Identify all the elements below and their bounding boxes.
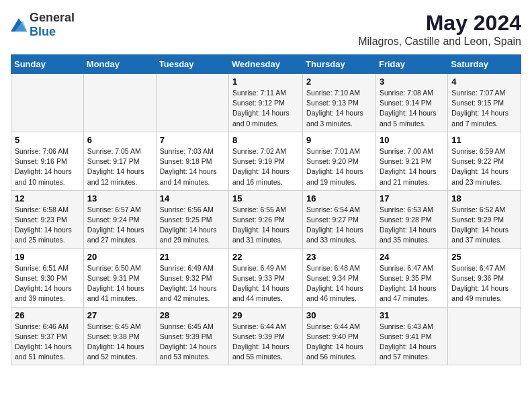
calendar-cell: 10Sunrise: 7:00 AMSunset: 9:21 PMDayligh… — [375, 132, 447, 190]
day-content: Sunrise: 7:03 AMSunset: 9:18 PMDaylight:… — [160, 146, 225, 187]
calendar-cell: 2Sunrise: 7:10 AMSunset: 9:13 PMDaylight… — [303, 74, 376, 132]
day-content: Sunrise: 6:45 AMSunset: 9:39 PMDaylight:… — [160, 322, 225, 363]
day-content: Sunrise: 6:44 AMSunset: 9:39 PMDaylight:… — [232, 322, 299, 363]
col-header-wednesday: Wednesday — [229, 55, 303, 74]
calendar-cell: 11Sunrise: 6:59 AMSunset: 9:22 PMDayligh… — [448, 132, 521, 190]
calendar-week-1: 1Sunrise: 7:11 AMSunset: 9:12 PMDaylight… — [11, 74, 521, 132]
day-content: Sunrise: 6:51 AMSunset: 9:30 PMDaylight:… — [15, 263, 80, 304]
logo: General Blue — [11, 11, 75, 39]
day-number: 22 — [232, 252, 299, 262]
day-content: Sunrise: 6:47 AMSunset: 9:36 PMDaylight:… — [451, 263, 517, 304]
day-content: Sunrise: 7:11 AMSunset: 9:12 PMDaylight:… — [232, 88, 299, 129]
day-number: 16 — [306, 193, 372, 203]
calendar-table: SundayMondayTuesdayWednesdayThursdayFrid… — [11, 54, 521, 365]
calendar-cell: 3Sunrise: 7:08 AMSunset: 9:14 PMDaylight… — [375, 74, 447, 132]
day-number: 26 — [15, 310, 80, 320]
day-number: 14 — [160, 193, 225, 203]
title-area: May 2024 Milagros, Castille and Leon, Sp… — [358, 11, 521, 48]
col-header-friday: Friday — [375, 55, 447, 74]
day-content: Sunrise: 6:52 AMSunset: 9:29 PMDaylight:… — [451, 205, 517, 246]
day-number: 7 — [160, 135, 225, 145]
day-content: Sunrise: 7:10 AMSunset: 9:13 PMDaylight:… — [306, 88, 372, 129]
calendar-cell: 31Sunrise: 6:43 AMSunset: 9:41 PMDayligh… — [375, 307, 447, 365]
day-content: Sunrise: 6:53 AMSunset: 9:28 PMDaylight:… — [380, 205, 444, 246]
calendar-cell — [83, 74, 156, 132]
calendar-cell — [156, 74, 228, 132]
day-number: 12 — [15, 193, 80, 203]
day-content: Sunrise: 6:48 AMSunset: 9:34 PMDaylight:… — [306, 263, 372, 304]
logo-icon — [11, 18, 27, 32]
calendar-cell: 9Sunrise: 7:01 AMSunset: 9:20 PMDaylight… — [303, 132, 376, 190]
day-number: 4 — [451, 77, 517, 87]
day-number: 5 — [15, 135, 80, 145]
day-number: 29 — [232, 310, 299, 320]
day-number: 11 — [451, 135, 517, 145]
column-headers: SundayMondayTuesdayWednesdayThursdayFrid… — [11, 55, 521, 74]
day-number: 18 — [451, 193, 517, 203]
day-number: 21 — [160, 252, 225, 262]
col-header-saturday: Saturday — [448, 55, 521, 74]
day-number: 31 — [380, 310, 444, 320]
day-content: Sunrise: 6:58 AMSunset: 9:23 PMDaylight:… — [15, 205, 80, 246]
day-number: 27 — [87, 310, 152, 320]
calendar-cell: 24Sunrise: 6:47 AMSunset: 9:35 PMDayligh… — [375, 248, 447, 307]
day-number: 24 — [380, 252, 444, 262]
day-number: 9 — [306, 135, 372, 145]
day-number: 15 — [232, 193, 299, 203]
calendar-cell: 28Sunrise: 6:45 AMSunset: 9:39 PMDayligh… — [156, 307, 228, 365]
day-number: 19 — [15, 252, 80, 262]
day-content: Sunrise: 6:49 AMSunset: 9:33 PMDaylight:… — [232, 263, 299, 304]
logo-blue: Blue — [30, 25, 56, 38]
calendar-cell: 29Sunrise: 6:44 AMSunset: 9:39 PMDayligh… — [229, 307, 303, 365]
day-content: Sunrise: 6:56 AMSunset: 9:25 PMDaylight:… — [160, 205, 225, 246]
calendar-week-2: 5Sunrise: 7:06 AMSunset: 9:16 PMDaylight… — [11, 132, 521, 190]
day-number: 3 — [380, 77, 444, 87]
calendar-cell: 30Sunrise: 6:44 AMSunset: 9:40 PMDayligh… — [303, 307, 376, 365]
calendar-cell: 23Sunrise: 6:48 AMSunset: 9:34 PMDayligh… — [303, 248, 376, 307]
calendar-week-4: 19Sunrise: 6:51 AMSunset: 9:30 PMDayligh… — [11, 248, 521, 307]
calendar-cell: 12Sunrise: 6:58 AMSunset: 9:23 PMDayligh… — [11, 190, 84, 248]
day-number: 23 — [306, 252, 372, 262]
day-number: 13 — [87, 193, 152, 203]
day-content: Sunrise: 6:54 AMSunset: 9:27 PMDaylight:… — [306, 205, 372, 246]
day-content: Sunrise: 7:08 AMSunset: 9:14 PMDaylight:… — [380, 88, 444, 129]
calendar-cell: 17Sunrise: 6:53 AMSunset: 9:28 PMDayligh… — [375, 190, 447, 248]
calendar-cell: 7Sunrise: 7:03 AMSunset: 9:18 PMDaylight… — [156, 132, 228, 190]
calendar-cell: 26Sunrise: 6:46 AMSunset: 9:37 PMDayligh… — [11, 307, 84, 365]
calendar-cell: 22Sunrise: 6:49 AMSunset: 9:33 PMDayligh… — [229, 248, 303, 307]
logo-general: General — [30, 11, 75, 24]
day-number: 2 — [306, 77, 372, 87]
calendar-cell: 13Sunrise: 6:57 AMSunset: 9:24 PMDayligh… — [83, 190, 156, 248]
calendar-cell: 1Sunrise: 7:11 AMSunset: 9:12 PMDaylight… — [229, 74, 303, 132]
calendar-cell: 21Sunrise: 6:49 AMSunset: 9:32 PMDayligh… — [156, 248, 228, 307]
day-content: Sunrise: 6:49 AMSunset: 9:32 PMDaylight:… — [160, 263, 225, 304]
day-number: 30 — [306, 310, 372, 320]
col-header-tuesday: Tuesday — [156, 55, 228, 74]
day-content: Sunrise: 6:45 AMSunset: 9:38 PMDaylight:… — [87, 322, 152, 363]
day-content: Sunrise: 6:50 AMSunset: 9:31 PMDaylight:… — [87, 263, 152, 304]
calendar-cell — [448, 307, 521, 365]
day-number: 8 — [232, 135, 299, 145]
page-header: General Blue May 2024 Milagros, Castille… — [11, 11, 521, 48]
calendar-week-5: 26Sunrise: 6:46 AMSunset: 9:37 PMDayligh… — [11, 307, 521, 365]
page-title: May 2024 — [358, 11, 521, 36]
day-content: Sunrise: 7:02 AMSunset: 9:19 PMDaylight:… — [232, 146, 299, 187]
col-header-thursday: Thursday — [303, 55, 376, 74]
calendar-cell: 19Sunrise: 6:51 AMSunset: 9:30 PMDayligh… — [11, 248, 84, 307]
calendar-body: 1Sunrise: 7:11 AMSunset: 9:12 PMDaylight… — [11, 74, 521, 365]
day-number: 17 — [380, 193, 444, 203]
day-number: 28 — [160, 310, 225, 320]
day-content: Sunrise: 6:55 AMSunset: 9:26 PMDaylight:… — [232, 205, 299, 246]
day-content: Sunrise: 7:01 AMSunset: 9:20 PMDaylight:… — [306, 146, 372, 187]
calendar-cell: 6Sunrise: 7:05 AMSunset: 9:17 PMDaylight… — [83, 132, 156, 190]
col-header-monday: Monday — [83, 55, 156, 74]
day-content: Sunrise: 7:05 AMSunset: 9:17 PMDaylight:… — [87, 146, 152, 187]
day-number: 10 — [380, 135, 444, 145]
col-header-sunday: Sunday — [11, 55, 84, 74]
day-number: 1 — [232, 77, 299, 87]
calendar-cell: 5Sunrise: 7:06 AMSunset: 9:16 PMDaylight… — [11, 132, 84, 190]
calendar-cell — [11, 74, 84, 132]
calendar-week-3: 12Sunrise: 6:58 AMSunset: 9:23 PMDayligh… — [11, 190, 521, 248]
day-content: Sunrise: 6:47 AMSunset: 9:35 PMDaylight:… — [380, 263, 444, 304]
calendar-cell: 8Sunrise: 7:02 AMSunset: 9:19 PMDaylight… — [229, 132, 303, 190]
